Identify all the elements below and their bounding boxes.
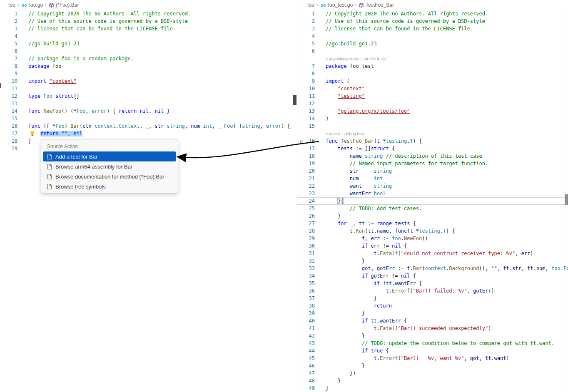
codelens-link[interactable]: run test [326, 131, 340, 136]
menu-item[interactable]: Browse arm64 assembly for Bar [43, 161, 176, 171]
code-line: 27 for _, tt := range tests { [297, 220, 568, 227]
file-icon [46, 174, 52, 180]
code-text: } [326, 212, 568, 220]
go-file-icon: GO [21, 2, 27, 8]
breadcrumb-label: foo [307, 2, 314, 8]
code-line: 26 } [297, 212, 568, 220]
symbol-method-icon [49, 2, 54, 8]
code-token: Foo [43, 93, 52, 99]
gutter: 3 [297, 25, 326, 32]
file-icon [46, 184, 52, 190]
code-line: 23 wantErr bool [297, 190, 568, 197]
import-link[interactable]: "testing" [338, 93, 365, 99]
menu-item[interactable]: Add a test for Bar [43, 151, 176, 161]
code-line: 20 str string [297, 167, 568, 175]
code-token: Fatal [380, 325, 395, 331]
code-text: want string [326, 182, 568, 190]
line-number: 12 [12, 92, 17, 100]
code-line: 15 [297, 122, 568, 130]
gutter: 2 [297, 17, 326, 25]
code-token: t [374, 325, 377, 331]
code-text: return "", nil [28, 130, 296, 137]
code-token: , [467, 288, 473, 294]
code-line: 17 return "", nil [0, 130, 296, 137]
breadcrumb-item[interactable]: (*Foo).Bar [49, 2, 79, 8]
code-token: tests [338, 146, 353, 151]
code-token: t [377, 138, 380, 144]
breadcrumb-item[interactable]: foo [8, 2, 15, 8]
line-number: 11 [12, 85, 17, 92]
code-token: f [362, 236, 365, 241]
code-line: 28 t.Run(tt.name, func(t *testing.T) { [297, 227, 568, 235]
breadcrumb-item[interactable]: foo [307, 2, 314, 8]
code-text: tests := []struct { [326, 145, 568, 152]
line-number: 13 [309, 107, 315, 115]
code-token: ( [422, 265, 425, 271]
code-token: ) { [107, 108, 119, 114]
code-token: got [470, 355, 479, 361]
gutter: 29 [297, 235, 326, 242]
code-token: foo [50, 63, 62, 69]
code-token: func [395, 228, 407, 234]
scrollbar-decoration[interactable] [293, 95, 296, 105]
code-token: }{ [338, 198, 344, 204]
code-token: , [389, 228, 395, 234]
gutter: 45 [297, 355, 326, 362]
code-token: ( [344, 78, 349, 84]
import-link[interactable]: "context" [50, 78, 77, 84]
code-token: t [386, 288, 389, 294]
line-number: 8 [312, 70, 315, 77]
code-line: 14) [297, 115, 568, 122]
breadcrumb-item[interactable]: GOfoo.go [21, 2, 43, 8]
code-line: 34 if gotErr != nil { [297, 272, 568, 280]
code-token: struct [371, 146, 389, 151]
menu-item[interactable]: Browse free symbols [43, 181, 176, 191]
overview-ruler-mark [0, 83, 1, 88]
import-link[interactable]: "context" [338, 86, 365, 92]
code-line: 5//go:build go1.23 [0, 40, 296, 47]
breadcrumb-item[interactable]: TestFoo_Bar [359, 2, 394, 8]
code-token: want [350, 183, 362, 189]
code-token: != [389, 273, 401, 279]
line-number: 16 [309, 137, 315, 145]
code-text: }) [326, 370, 568, 377]
code-text [28, 100, 296, 107]
code-token [326, 146, 338, 151]
breadcrumb-item[interactable]: GOfoo_test.go [320, 2, 353, 8]
code-text: } [326, 310, 568, 317]
code-token: { [383, 348, 389, 354]
code-token: Context [119, 123, 140, 129]
code-token: } [326, 295, 377, 301]
run-test-icon[interactable]: ▷ [300, 137, 303, 145]
code-token: num [350, 176, 359, 181]
codelens-link[interactable]: run package tests [326, 57, 359, 61]
code-token: tt [485, 355, 491, 361]
code-token: Bar [70, 123, 80, 129]
code-token: string [167, 123, 184, 129]
code-token: // TODO: Add test cases. [350, 206, 422, 211]
code-line: 17 tests := []struct { [297, 145, 568, 152]
gutter: 19 [0, 145, 28, 152]
line-number: 14 [309, 115, 315, 122]
code-token: if [362, 273, 368, 279]
code-token [326, 93, 338, 99]
code-text [28, 70, 296, 77]
line-number: 22 [309, 182, 315, 190]
file-icon [46, 154, 52, 160]
code-line: 3// license that can be found in the LIC… [0, 25, 296, 32]
code-token: } [28, 138, 31, 144]
code-token: gotErr [473, 288, 491, 294]
menu-item[interactable]: Browse documentation for method (*Foo).B… [43, 171, 176, 181]
code-token [326, 191, 350, 196]
code-text: //go:build go1.23 [326, 40, 568, 47]
import-link[interactable]: "golang.org/x/tools/foo" [338, 108, 410, 114]
codelens-link[interactable]: debug test [344, 131, 364, 136]
code-token: , [365, 236, 371, 241]
code-text: ) [326, 115, 568, 122]
code-token: t [374, 355, 377, 361]
code-token: tt [359, 221, 365, 226]
gutter: 38 [297, 302, 326, 310]
line-number: 27 [309, 220, 315, 227]
code-token: Foo [55, 123, 65, 129]
codelens-link[interactable]: run file tests [364, 57, 386, 61]
